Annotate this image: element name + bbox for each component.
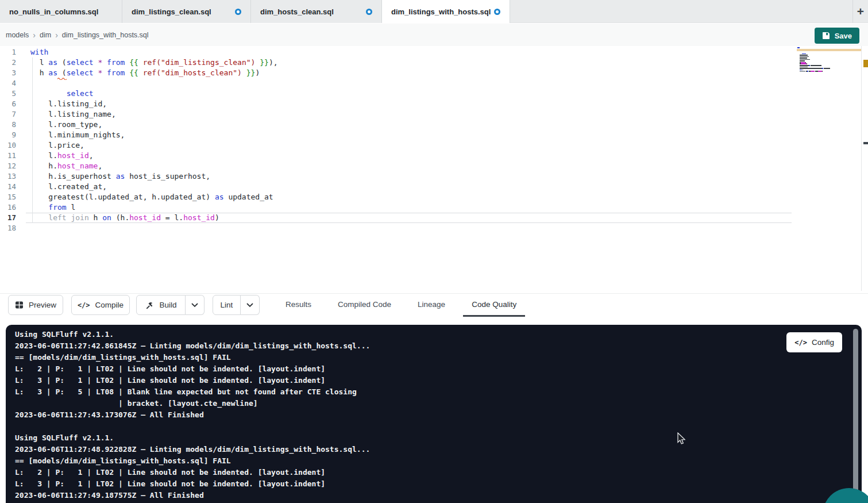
line-number: 13 (0, 171, 16, 182)
code-line: l.price, (30, 140, 278, 151)
line-number: 2 (0, 57, 16, 68)
file-tab[interactable]: dim_hosts_clean.sql (251, 0, 382, 23)
line-number: 4 (0, 78, 16, 89)
line-number: 6 (0, 99, 16, 109)
save-label: Save (835, 32, 852, 40)
hammer-icon (145, 301, 154, 310)
line-number: 5 (0, 89, 16, 99)
build-label: Build (159, 301, 176, 309)
line-number: 8 (0, 120, 16, 130)
minimap-line (797, 72, 861, 74)
panel-tab-compiled-code[interactable]: Compiled Code (329, 294, 400, 317)
new-tab-button[interactable]: + (852, 0, 868, 23)
config-label: Config (812, 338, 834, 347)
editor-code: with l as (select * from {{ ref("dim_lis… (30, 47, 278, 233)
breadcrumb-item[interactable]: models (6, 31, 29, 39)
code-line: l.host_id, (30, 151, 278, 161)
unsaved-changes-dot-icon (366, 9, 372, 15)
file-tab[interactable]: no_nulls_in_columns.sql (0, 0, 122, 23)
lint-button[interactable]: Lint (213, 295, 241, 315)
file-tab[interactable]: dim_listings_with_hosts.sql (382, 0, 510, 23)
breadcrumb-item[interactable]: dim (40, 31, 51, 39)
terminal-scrollbar[interactable] (853, 329, 858, 499)
unsaved-changes-dot-icon (494, 9, 500, 15)
panel-tab-code-quality[interactable]: Code Quality (463, 294, 525, 317)
bottom-toolbar: Preview </> Compile Build Lint Resu (0, 293, 868, 316)
overview-warning-marker (863, 60, 868, 67)
code-line: l.created_at, (30, 182, 278, 192)
preview-label: Preview (29, 301, 56, 309)
code-line: select (30, 89, 278, 99)
file-tab[interactable]: dim_listings_clean.sql (122, 0, 251, 23)
code-line: l.minimum_nights, (30, 130, 278, 140)
compile-label: Compile (95, 301, 124, 309)
code-line: greatest(l.updated_at, h.updated_at) as … (30, 192, 278, 202)
code-line: with (30, 47, 278, 57)
breadcrumb: models›dim›dim_listings_with_hosts.sql (6, 24, 149, 46)
preview-button[interactable]: Preview (8, 295, 63, 315)
file-tab-label: no_nulls_in_columns.sql (9, 7, 98, 16)
code-line: from l (30, 202, 278, 213)
save-button[interactable]: Save (815, 28, 859, 44)
table-grid-icon (15, 301, 24, 309)
chevron-down-icon (246, 303, 253, 308)
code-line: h.is_superhost as host_is_superhost, (30, 171, 278, 182)
chevron-down-icon (191, 303, 198, 308)
terminal-output: Using SQLFluff v2.1.1. 2023-06-06T11:27:… (15, 329, 370, 501)
line-number: 1 (0, 47, 16, 57)
breadcrumb-separator-icon: › (55, 30, 58, 40)
line-number: 17 (0, 213, 16, 223)
minimap-error-highlight (797, 49, 861, 51)
breadcrumb-separator-icon: › (33, 30, 36, 40)
panel-tab-results[interactable]: Results (277, 294, 320, 317)
code-brackets-icon: </> (794, 339, 807, 347)
build-dropdown-button[interactable] (186, 295, 205, 315)
floppy-disk-icon (822, 32, 830, 40)
code-line: h.host_name, (30, 161, 278, 171)
line-number: 3 (0, 68, 16, 78)
code-brackets-icon: </> (78, 301, 90, 309)
overview-cursor-marker (863, 142, 868, 144)
code-line: l.room_type, (30, 120, 278, 130)
line-number: 14 (0, 182, 16, 192)
code-line (30, 223, 278, 233)
config-button[interactable]: </> Config (786, 332, 842, 352)
line-number: 10 (0, 140, 16, 151)
overview-ruler (861, 46, 862, 291)
lint-squiggle-icon (57, 77, 67, 80)
line-number: 16 (0, 202, 16, 213)
line-number: 12 (0, 161, 16, 171)
file-tab-label: dim_listings_clean.sql (132, 7, 211, 16)
line-number: 9 (0, 130, 16, 140)
line-number: 7 (0, 109, 16, 120)
line-number: 15 (0, 192, 16, 202)
code-line: l as (select * from {{ ref("dim_listings… (30, 57, 278, 68)
breadcrumb-item[interactable]: dim_listings_with_hosts.sql (62, 31, 149, 39)
file-tab-label: dim_hosts_clean.sql (260, 7, 334, 16)
code-line: l.listing_id, (30, 99, 278, 109)
code-line: left join h on (h.host_id = l.host_id) (30, 213, 278, 223)
line-number: 11 (0, 151, 16, 161)
breadcrumb-bar: models›dim›dim_listings_with_hosts.sql S… (0, 24, 868, 46)
panel-tabs: ResultsCompiled CodeLineageCode Quality (277, 294, 525, 317)
editor-gutter: 123456789101112131415161718 (0, 47, 16, 233)
code-line: l.listing_name, (30, 109, 278, 120)
code-line: h as (select * from {{ ref("dim_hosts_cl… (30, 68, 278, 78)
code-line (30, 78, 278, 89)
tabs-container: no_nulls_in_columns.sqldim_listings_clea… (0, 0, 510, 23)
lint-label: Lint (221, 301, 233, 309)
panel-tab-lineage[interactable]: Lineage (409, 294, 454, 317)
lint-dropdown-button[interactable] (241, 295, 260, 315)
compile-button[interactable]: </> Compile (71, 295, 130, 315)
terminal-panel: Using SQLFluff v2.1.1. 2023-06-06T11:27:… (6, 325, 862, 503)
code-editor[interactable]: 123456789101112131415161718 with l as (s… (0, 46, 868, 293)
tab-bar: no_nulls_in_columns.sqldim_listings_clea… (0, 0, 868, 23)
unsaved-changes-dot-icon (235, 9, 241, 15)
line-number: 18 (0, 223, 16, 233)
file-tab-label: dim_listings_with_hosts.sql (391, 7, 491, 16)
ide-window: no_nulls_in_columns.sqldim_listings_clea… (0, 0, 868, 503)
build-button[interactable]: Build (136, 295, 186, 315)
